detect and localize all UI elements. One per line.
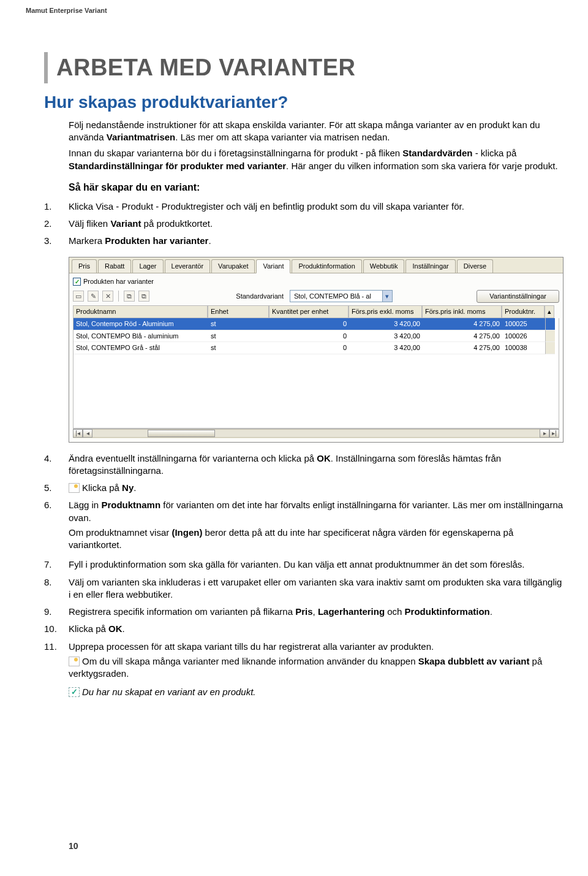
cell: st <box>208 330 270 343</box>
scroll-up-icon[interactable]: ▴ <box>545 305 554 318</box>
tab-diverse[interactable]: Diverse <box>457 259 493 273</box>
step-text: . <box>208 235 211 246</box>
doc-header: Mamut Enterprise Variant <box>26 6 564 15</box>
delete-icon[interactable]: ✕ <box>102 291 113 302</box>
page-title: ARBETA MED VARIANTER <box>56 52 564 83</box>
step-item: 10. Klicka på OK. <box>44 623 564 635</box>
step-number: 10. <box>44 623 69 635</box>
tab-varupaket[interactable]: Varupaket <box>211 259 255 273</box>
variant-panel: PrisRabattLagerLeverantörVarupaketVarian… <box>69 257 564 442</box>
tab-bar: PrisRabattLagerLeverantörVarupaketVarian… <box>69 257 563 273</box>
step-text: Registrera specifik information om varia… <box>69 606 295 617</box>
tab-lager[interactable]: Lager <box>132 259 163 273</box>
step-bold: Skapa dubblett av variant <box>418 656 530 666</box>
step-bold: Produktnamn <box>101 500 160 510</box>
scroll-thumb[interactable] <box>148 430 215 437</box>
chevron-down-icon[interactable]: ▾ <box>382 291 392 302</box>
step-item: 5. Klicka på Ny. <box>44 482 564 494</box>
intro-text: . Här anger du vilken information som sk… <box>286 161 558 171</box>
table-row[interactable]: Stol, CONTEMPO Grå - stålst03 420,004 27… <box>74 342 559 354</box>
combo-value: Stol, CONTEMPO Blå - al <box>290 291 382 302</box>
new-icon[interactable]: ▭ <box>73 291 84 302</box>
step-text: Lägg in <box>69 500 101 510</box>
copy-icon[interactable]: ⧉ <box>124 291 135 302</box>
tab-leverantör[interactable]: Leverantör <box>165 259 211 273</box>
col-header[interactable]: Förs.pris inkl. moms <box>422 305 502 318</box>
checkbox-has-variants[interactable]: ✓ <box>73 278 81 286</box>
col-header[interactable]: Kvantitet per enhet <box>269 305 349 318</box>
cell: 4 275,00 <box>423 342 502 354</box>
step-text: Fyll i produktinformation som ska gälla … <box>69 558 564 571</box>
tab-webbutik[interactable]: Webbutik <box>363 259 405 273</box>
step-text: Upprepa processen för att skapa variant … <box>69 641 564 653</box>
separator <box>118 291 119 302</box>
step-number: 3. <box>44 235 69 247</box>
cell <box>545 330 555 343</box>
tab-pris[interactable]: Pris <box>72 259 97 273</box>
cell: st <box>208 318 270 330</box>
step-number: 8. <box>44 576 69 601</box>
new-doc-icon <box>69 483 80 493</box>
steps-list-bottom: 4. Ändra eventuellt inställningarna för … <box>44 452 564 701</box>
cell: Stol, CONTEMPO Blå - aluminium <box>74 330 208 343</box>
step-bold: OK <box>317 453 331 463</box>
intro-bold: Standardinställningar för produkter med … <box>69 161 286 171</box>
step-number: 11. <box>44 641 69 701</box>
step-item: 4. Ändra eventuellt inställningarna för … <box>44 452 564 478</box>
step-text: på produktkortet. <box>141 218 213 229</box>
intro-text: Innan du skapar varianterna bör du i för… <box>69 148 402 158</box>
step-text: . <box>490 606 492 617</box>
nav-first-icon[interactable]: |◂ <box>73 429 83 438</box>
cell: 3 420,00 <box>349 330 423 343</box>
step-text: . <box>134 482 136 493</box>
tab-produktinformation[interactable]: Produktinformation <box>292 259 361 273</box>
intro-bold: Standardvärden <box>402 148 472 158</box>
nav-prev-icon[interactable]: ◂ <box>83 429 92 438</box>
step-text: Klicka på <box>69 623 108 634</box>
col-header[interactable]: Produktnamn <box>73 305 208 318</box>
nav-last-icon[interactable]: ▸| <box>549 429 559 438</box>
cell: 0 <box>270 330 349 343</box>
duplicate-icon[interactable]: ⧉ <box>138 291 149 302</box>
checkmark-icon <box>69 687 80 697</box>
grid-body: Stol, Contempo Röd - Aluminiumst03 420,0… <box>73 318 559 428</box>
step-bold: Ny <box>122 482 134 493</box>
done-text: Du har nu skapat en variant av en produk… <box>82 687 256 697</box>
edit-icon[interactable]: ✎ <box>88 291 99 302</box>
tab-rabatt[interactable]: Rabatt <box>98 259 131 273</box>
step-text: och <box>385 606 405 617</box>
cell: 0 <box>270 318 349 330</box>
step-item: 11. Upprepa processen för att skapa vari… <box>44 641 564 701</box>
step-bold: Lagerhantering <box>318 606 385 617</box>
std-variant-label: Standardvariant <box>236 292 284 301</box>
section-heading: Hur skapas produktvarianter? <box>44 91 564 114</box>
intro-text: - klicka på <box>473 148 517 158</box>
variant-settings-button[interactable]: Variantinställningar <box>477 290 559 303</box>
step-number: 1. <box>44 200 69 213</box>
tab-inställningar[interactable]: Inställningar <box>405 259 455 273</box>
col-header[interactable]: Enhet <box>208 305 269 318</box>
col-header[interactable]: Förs.pris exkl. moms <box>349 305 422 318</box>
duplicate-doc-icon <box>69 657 80 666</box>
step-item: 9. Registrera specifik information om va… <box>44 606 564 618</box>
nav-next-icon[interactable]: ▸ <box>540 429 549 438</box>
table-row[interactable]: Stol, Contempo Röd - Aluminiumst03 420,0… <box>74 318 559 330</box>
cell: st <box>208 342 270 354</box>
tab-variant[interactable]: Variant <box>256 259 290 273</box>
step-number: 9. <box>44 606 69 618</box>
step-text: . <box>123 623 125 634</box>
step-text: Om du vill skapa många varianter med lik… <box>82 656 418 666</box>
cell: 100025 <box>502 318 545 330</box>
cell: 100026 <box>502 330 545 343</box>
col-header[interactable]: Produktnr. <box>502 305 545 318</box>
page-number: 10 <box>69 840 78 852</box>
std-variant-combo[interactable]: Stol, CONTEMPO Blå - al ▾ <box>290 290 393 302</box>
step-item: 2. Välj fliken Variant på produktkortet. <box>44 218 564 230</box>
step-item: 1. Klicka Visa - Produkt - Produktregist… <box>44 200 564 213</box>
scroll-track[interactable] <box>92 429 540 438</box>
table-row[interactable]: Stol, CONTEMPO Blå - aluminiumst03 420,0… <box>74 330 559 343</box>
h-scrollbar[interactable]: |◂ ◂ ▸ ▸| <box>73 428 559 438</box>
step-number: 2. <box>44 218 69 230</box>
step-bold: Pris <box>295 606 312 617</box>
cell <box>545 318 555 330</box>
